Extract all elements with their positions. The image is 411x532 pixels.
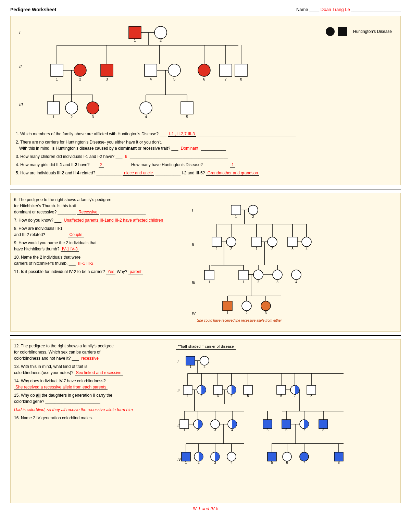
svg-text:2: 2 xyxy=(271,247,273,251)
svg-text:2: 2 xyxy=(246,311,248,315)
svg-rect-1 xyxy=(338,27,347,36)
svg-text:1: 1 xyxy=(242,280,245,284)
q10-text: 10. Name the 2 individuals that werecarr… xyxy=(14,255,80,266)
svg-text:3: 3 xyxy=(291,247,294,251)
svg-rect-63 xyxy=(212,237,222,247)
svg-point-0 xyxy=(326,27,335,36)
question-1: 1. Which members of the family above are… xyxy=(16,131,395,137)
q1-text: 1. Which members of the family above are… xyxy=(16,132,166,136)
q10-answer: III-1 III-2 xyxy=(77,261,95,266)
svg-text:I: I xyxy=(177,360,178,364)
svg-text:3: 3 xyxy=(217,394,219,398)
gen-label-I: I xyxy=(19,30,21,35)
svg-text:1: 1 xyxy=(183,428,185,432)
svg-text:5: 5 xyxy=(247,394,249,398)
question-8: 8. How are individuals III-1and III-2 re… xyxy=(14,225,187,238)
q3-answer: 6 xyxy=(124,154,129,159)
svg-text:1: 1 xyxy=(189,365,191,369)
svg-text:8: 8 xyxy=(338,461,340,465)
svg-text:2: 2 xyxy=(197,428,199,432)
question-2: 2. There are no carriers for Huntington'… xyxy=(16,139,395,151)
svg-text:1: 1 xyxy=(226,311,228,315)
colorblind-legend: **half-shaded = carrier of disease xyxy=(176,343,236,350)
q8-answer: Couple xyxy=(68,232,84,237)
svg-rect-30 xyxy=(235,64,247,76)
svg-text:IV: IV xyxy=(177,457,182,461)
question-10: 10. Name the 2 individuals that werecarr… xyxy=(14,254,187,267)
q11-text: 11. Is it possible for individual IV-2 t… xyxy=(14,269,106,274)
svg-rect-140 xyxy=(244,385,252,394)
svg-point-95 xyxy=(253,270,263,280)
q12-answer: recessive xyxy=(80,356,100,361)
q9-answer: IV-1 IV-3 xyxy=(61,247,79,252)
svg-text:3: 3 xyxy=(276,280,278,284)
question-14: 14. Why does individual IV-7 have colorb… xyxy=(14,378,172,390)
svg-point-40 xyxy=(65,102,78,114)
svg-text:1: 1 xyxy=(187,394,189,398)
legend-text: = Huntington's Disease xyxy=(350,29,392,34)
svg-point-24 xyxy=(198,64,210,76)
q3-text: 3. How many children did individuals I-1… xyxy=(16,154,123,159)
colorblind-legend-text: **half-shaded = carrier of disease xyxy=(178,344,234,348)
question-5: 5. How are individuals III-2 and II-4 re… xyxy=(16,170,395,176)
svg-point-101 xyxy=(291,270,301,280)
section2: 6. The pedigree to the right shows a fam… xyxy=(10,193,401,332)
q4-answer: 2 xyxy=(99,162,104,168)
svg-text:I: I xyxy=(192,208,193,213)
q4-answer2: 1 xyxy=(230,162,235,168)
svg-text:3: 3 xyxy=(214,428,216,432)
svg-rect-143 xyxy=(277,385,286,394)
q5-answer: niece and uncle xyxy=(123,171,154,176)
q1-answer: I-1 , II-2,7 III-3 xyxy=(168,132,196,137)
section2-questions: 6. The pedigree to the right shows a fam… xyxy=(14,197,187,328)
gen-label-III: III xyxy=(19,102,23,107)
svg-point-66 xyxy=(226,237,236,247)
question-16: 16. Name 2 IV generation colorblind male… xyxy=(14,415,172,421)
q6-answer: Recessive xyxy=(77,210,99,215)
svg-text:1: 1 xyxy=(216,247,218,251)
svg-rect-91 xyxy=(239,270,248,280)
q8-text: 8. How are individuals III-1and III-2 re… xyxy=(14,226,67,237)
q11-answer: Yes xyxy=(106,269,116,274)
svg-point-204 xyxy=(283,452,291,461)
svg-text:2: 2 xyxy=(257,280,259,284)
svg-point-122 xyxy=(200,356,209,365)
svg-text:II: II xyxy=(192,243,194,247)
svg-text:III: III xyxy=(192,280,196,285)
svg-point-111 xyxy=(261,301,271,311)
q7-answer: Unaffected parents III-1and III-2 have a… xyxy=(62,218,164,223)
svg-point-207 xyxy=(300,452,309,461)
svg-rect-56 xyxy=(231,205,241,215)
question-3: 3. How many children did individuals I-1… xyxy=(16,153,395,160)
svg-rect-158 xyxy=(180,420,189,429)
svg-point-43 xyxy=(87,102,99,114)
svg-text:4: 4 xyxy=(306,247,308,251)
q5-text: 5. How are individuals III-2 and II-4 re… xyxy=(16,171,122,175)
q16-text: 16. Name 2 IV generation colorblind male… xyxy=(14,416,112,420)
svg-text:4: 4 xyxy=(231,461,233,465)
svg-text:2: 2 xyxy=(252,215,254,219)
svg-text:5: 5 xyxy=(266,428,269,432)
svg-text:6: 6 xyxy=(203,77,205,81)
header: Pedigree Worksheet Name ____ Doan Trang … xyxy=(10,7,401,12)
svg-rect-70 xyxy=(252,237,261,247)
question-12: 12. The pedigree to the right shows a fa… xyxy=(14,343,172,361)
svg-text:2: 2 xyxy=(230,247,232,251)
final-answer: IV-1 and IV-5 xyxy=(10,506,401,511)
svg-text:7: 7 xyxy=(303,461,305,465)
q15-note: Dad is colorblind, so they all receive t… xyxy=(14,407,172,413)
svg-text:6: 6 xyxy=(280,394,282,398)
svg-rect-150 xyxy=(307,385,316,394)
section3-questions: 12. The pedigree to the right shows a fa… xyxy=(14,343,172,499)
svg-rect-37 xyxy=(47,102,60,114)
name-label: Name xyxy=(296,7,308,12)
q11-answer2: parent xyxy=(128,269,143,274)
svg-text:6: 6 xyxy=(286,461,288,465)
svg-text:4: 4 xyxy=(145,115,147,119)
svg-text:2: 2 xyxy=(79,77,81,81)
final-answer-text: IV-1 and IV-5 xyxy=(192,506,219,511)
q14-answer: She received a recessive allele from eac… xyxy=(14,385,108,390)
svg-text:IV: IV xyxy=(192,311,196,316)
svg-rect-170 xyxy=(263,420,272,429)
q15-text: 15. Why do all the daughters in generati… xyxy=(14,393,112,404)
